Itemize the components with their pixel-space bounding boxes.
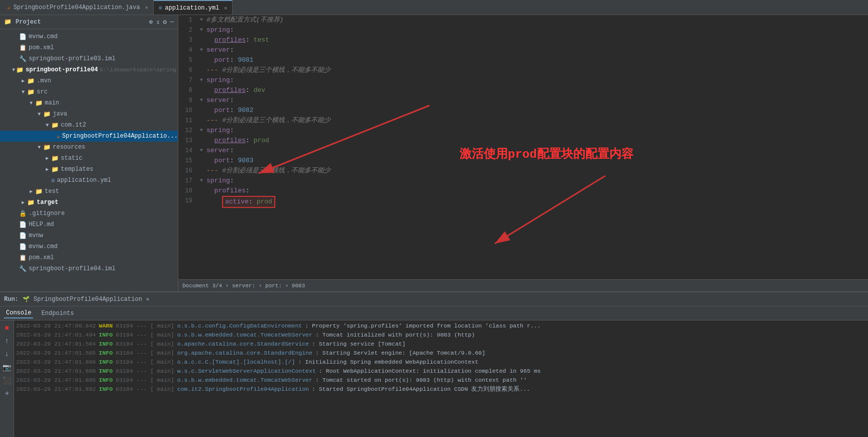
tree-item-profile04[interactable]: ▼ 📁 springboot-profile04 E:\ideaworkspac… [0, 64, 178, 75]
tree-item-test[interactable]: ▶ 📁 test [0, 186, 178, 197]
expand-icon: ▼ [44, 123, 50, 128]
fold-icon[interactable]: ▼ [198, 176, 204, 186]
fold-icon[interactable]: ▼ [198, 75, 204, 85]
code-line-6: 6 --- #分割必须是三个横线，不能多不能少 [178, 65, 868, 75]
tree-item-help-md[interactable]: 📄 HELP.md [0, 219, 178, 230]
iml-icon: 🔧 [19, 55, 27, 63]
line-number: 10 [178, 105, 198, 116]
line-number: 16 [178, 166, 198, 176]
code-editor[interactable]: 1 ▼ #多文档配置方式(不推荐) 2 ▼ spring: 3 profiles… [178, 15, 868, 279]
code-line-10: 10 port: 9082 [178, 105, 868, 116]
log-pid: 83184 --- [ [116, 358, 154, 367]
tree-label: springboot-profile04 [26, 66, 98, 73]
settings-icon[interactable]: ⚙ [163, 18, 167, 26]
line-content: active: prod [204, 196, 868, 208]
fold-icon[interactable]: ▼ [198, 95, 204, 105]
log-class: o.apache.catalina.core.StandardService [177, 340, 309, 349]
line-number: 5 [178, 55, 198, 65]
line-number: 6 [178, 65, 198, 75]
folder-icon: 📁 [43, 111, 51, 118]
scroll-down-button[interactable]: ↓ [2, 349, 13, 360]
camera-button[interactable]: 📷 [2, 362, 13, 373]
log-class: o.a.c.c.C.[Tomcat].[localhost].[/] [177, 358, 295, 367]
fold-icon[interactable]: ▼ [198, 45, 204, 55]
folder-icon: 📁 [27, 77, 35, 85]
run-close-icon[interactable]: ✕ [146, 296, 150, 302]
stop-button[interactable]: ■ [2, 322, 13, 334]
scroll-up-button[interactable]: ↑ [2, 336, 13, 347]
log-time: 2022-03-29 21:47:01.608 [16, 367, 96, 376]
tree-label: SpringbootProfile04Applicatio... [62, 133, 178, 140]
line-content: profiles: prod [204, 136, 868, 146]
fold-icon[interactable]: ▼ [198, 25, 204, 35]
tree-item-mvnw-cmd2[interactable]: 📄 mvnw.cmd [0, 241, 178, 252]
tree-item-iml04[interactable]: 🔧 springboot-profile04.iml [0, 263, 178, 274]
tab-java[interactable]: ☕ SpringbootProfile04Application.java ✕ [2, 0, 154, 15]
fold-icon[interactable]: ▼ [198, 15, 204, 25]
tree-label: resources [53, 144, 85, 151]
tree-item-templates[interactable]: ▶ 📁 templates [0, 164, 178, 175]
tree-item-target[interactable]: ▶ 📁 target [0, 197, 178, 208]
tree-item-com-it2[interactable]: ▼ 📁 com.it2 [0, 120, 178, 131]
tree-item-gitignore[interactable]: 🔒 .gitignore [0, 208, 178, 219]
run-log[interactable]: 2022-03-29 21:47:00.842 WARN 83184 --- [… [14, 320, 868, 437]
fold-icon[interactable]: ▼ [198, 126, 204, 136]
folder-icon: 📁 [35, 99, 43, 107]
minimize-icon[interactable]: — [170, 18, 174, 26]
tree-item-application-yml[interactable]: ⚙ application.yml [0, 175, 178, 186]
log-time: 2022-03-29 21:47:01.505 [16, 349, 96, 358]
tree-item-src[interactable]: ▼ 📁 src [0, 86, 178, 97]
add-icon[interactable]: ⊕ [149, 18, 153, 26]
tree-item-resources[interactable]: ▼ 📁 resources [0, 142, 178, 153]
log-line: 2022-03-29 21:47:00.842 WARN 83184 --- [… [16, 321, 866, 331]
log-pid: 83184 --- [ [116, 331, 154, 340]
line-content: --- #分割必须是三个横线，不能多不能少 [204, 166, 868, 176]
editor-status-bar: Document 3/4 › server: › port: › 9083 [178, 279, 868, 291]
tree-item-spring-app[interactable]: ☕ SpringbootProfile04Applicatio... [0, 131, 178, 142]
cmd-icon: 📄 [19, 243, 27, 251]
line-number: 1 [178, 15, 198, 25]
log-line: 2022-03-29 21:47:01.892 INFO 83184 --- [… [16, 385, 866, 394]
run-controls: ■ ↑ ↓ 📷 ⬛ ＋ [0, 320, 14, 437]
code-line-4: 4 ▼ server: [178, 45, 868, 55]
tree-item-main[interactable]: ▼ 📁 main [0, 97, 178, 108]
tree-item-mvn[interactable]: ▶ 📁 .mvn [0, 75, 178, 86]
editor-area: 1 ▼ #多文档配置方式(不推荐) 2 ▼ spring: 3 profiles… [178, 15, 868, 291]
tree-path: E:\ideaworkspace\spring... [100, 67, 178, 73]
folder-icon: 📁 [51, 155, 59, 162]
log-thread: main] [157, 349, 174, 358]
tree-item-iml03[interactable]: 🔧 springboot-profile03.iml [0, 53, 178, 64]
log-level: INFO [99, 367, 113, 376]
code-line-9: 9 ▼ server: [178, 95, 868, 105]
code-line-5: 5 port: 9081 [178, 55, 868, 65]
run-tab-console[interactable]: Console [4, 308, 33, 318]
tree-item-mvnw[interactable]: 📄 mvnw [0, 230, 178, 241]
line-content: profiles: test [204, 35, 868, 45]
tree-item-static[interactable]: ▶ 📁 static [0, 153, 178, 164]
code-line-15: 15 port: 9083 [178, 156, 868, 166]
line-content: spring: [204, 75, 868, 85]
tree-item-mvnw-cmd-top[interactable]: 📄 mvnw.cmd [0, 31, 178, 42]
tab-java-close[interactable]: ✕ [145, 5, 148, 11]
tab-yml[interactable]: ⚙ application.yml ✕ [154, 0, 233, 15]
tree-label: templates [61, 166, 93, 173]
tree-label: src [37, 88, 48, 95]
log-pid: 83184 --- [ [116, 349, 154, 358]
fold-icon[interactable]: ▼ [198, 146, 204, 156]
plus-button[interactable]: ＋ [2, 388, 13, 399]
code-line-13: 13 profiles: prod [178, 136, 868, 146]
collapse-icon[interactable]: ⇕ [156, 18, 160, 26]
tree-item-pom-xml[interactable]: 📋 pom.xml [0, 42, 178, 53]
tab-yml-close[interactable]: ✕ [224, 5, 227, 11]
tree-area: 📄 mvnw.cmd 📋 pom.xml 🔧 springboot-profil… [0, 29, 178, 291]
log-level: INFO [99, 358, 113, 367]
active-prod-box: active: prod [222, 196, 275, 208]
expand-icon: ▼ [36, 112, 42, 117]
expand-icon: ▼ [12, 67, 15, 73]
tree-item-java[interactable]: ▼ 📁 java [0, 108, 178, 120]
tree-item-pom-xml2[interactable]: 📋 pom.xml [0, 252, 178, 263]
run-panel-header: Run: 🌱 SpringbootProfile04Application ✕ [0, 292, 868, 306]
terminal-button[interactable]: ⬛ [2, 375, 13, 386]
log-level: INFO [99, 385, 113, 394]
run-tab-endpoints[interactable]: Endpoints [39, 309, 76, 318]
